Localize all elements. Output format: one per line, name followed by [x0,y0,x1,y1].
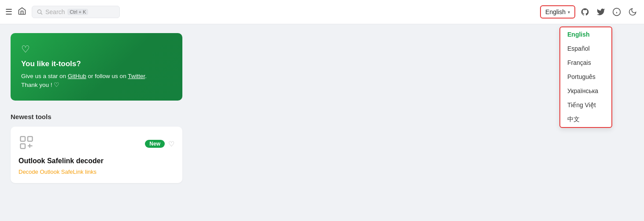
svg-rect-6 [28,136,33,141]
home-icon[interactable] [18,7,26,18]
twitter-link[interactable]: Twitter [128,73,145,79]
language-select-button[interactable]: English ▾ [540,5,575,19]
lang-button-label: English [545,8,566,15]
tool-card-outlook[interactable]: New ♡ Outlook Safelink decoder Decode Ou… [11,127,182,183]
lang-option-ukrainian[interactable]: Українська [560,84,611,98]
promo-title: You like it-tools? [21,60,172,68]
tool-card-header: New ♡ [19,135,174,154]
lang-option-vietnamese[interactable]: Tiếng Việt [560,98,611,112]
svg-rect-7 [21,144,26,149]
lang-option-english[interactable]: English [560,27,611,41]
tool-card-icon [19,135,34,154]
newest-tools-title: Newest tools [11,113,633,120]
main-content: ♡ You like it-tools? Give us a star on G… [0,24,644,192]
promo-heart-icon: ♡ [21,44,172,55]
darkmode-icon-button[interactable] [626,6,639,18]
tool-card-name: Outlook Safelink decoder [19,157,174,165]
nav-right: English ▾ [540,5,639,19]
lang-option-chinese[interactable]: 中文 [560,112,611,127]
chevron-down-icon: ▾ [568,10,570,15]
twitter-icon-button[interactable] [595,6,607,18]
search-shortcut: Ctrl + K [67,9,88,15]
hamburger-icon[interactable]: ☰ [5,7,12,17]
promo-thanks: Thank you ! ♡ [21,82,59,88]
tool-card-badges: New ♡ [145,140,174,148]
navbar: ☰ Search Ctrl + K English ▾ [0,0,644,24]
promo-text-before-github: Give us a star on [21,73,68,79]
search-placeholder: Search [45,8,65,15]
lang-option-espanol[interactable]: Español [560,41,611,56]
promo-text: Give us a star on GitHub or follow us on… [21,72,172,90]
search-bar[interactable]: Search Ctrl + K [32,6,120,18]
lang-option-francais[interactable]: Français [560,56,611,70]
language-dropdown: English Español Français Português Украї… [559,26,612,128]
tool-card-description: Decode Outlook SafeLink links [19,169,174,175]
promo-text-between: or follow us on [86,73,128,79]
new-badge: New [145,140,165,148]
promo-period: . [145,73,147,79]
lang-option-portugues[interactable]: Português [560,70,611,84]
favorite-heart-icon[interactable]: ♡ [168,140,174,148]
svg-point-0 [37,10,41,13]
github-link[interactable]: GitHub [68,73,86,79]
info-icon-button[interactable] [611,6,623,18]
promo-card: ♡ You like it-tools? Give us a star on G… [11,33,182,101]
svg-rect-5 [21,136,26,141]
github-icon-button[interactable] [579,6,591,18]
nav-left: ☰ Search Ctrl + K [5,6,540,18]
svg-line-1 [41,13,42,15]
